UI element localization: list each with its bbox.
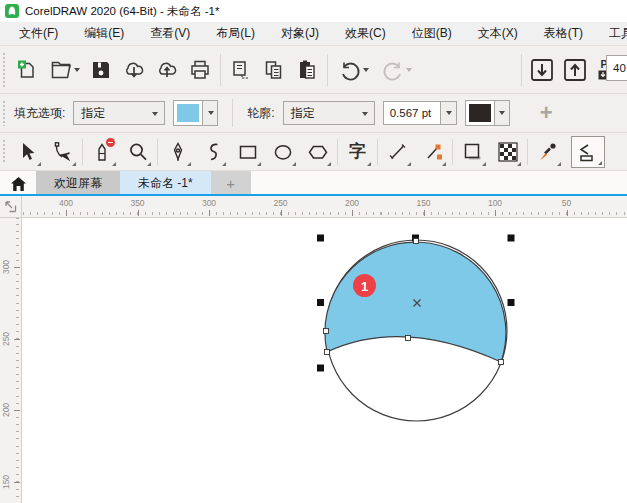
fill-color-caret[interactable]: [203, 100, 218, 126]
tab-welcome-label: 欢迎屏幕: [54, 175, 102, 192]
paste-button[interactable]: [294, 55, 320, 85]
export-button[interactable]: [562, 55, 588, 85]
menu-item-7[interactable]: 文本(X): [465, 22, 531, 45]
menu-item-4[interactable]: 对象(J): [268, 22, 332, 45]
import-button[interactable]: [529, 55, 555, 85]
toolbox: 字: [0, 133, 627, 171]
fill-type-dropdown[interactable]: 指定: [73, 101, 165, 125]
horizontal-ruler: 40035030025020015010050: [22, 196, 627, 218]
outline-width-caret[interactable]: [441, 101, 457, 125]
cloud-download-button[interactable]: [121, 55, 147, 85]
outline-width-field[interactable]: 0.567 pt: [383, 101, 441, 125]
handle-bottom-left[interactable]: [317, 365, 324, 372]
open-dropdown-caret[interactable]: [74, 68, 80, 72]
outline-label: 轮廓:: [247, 105, 274, 122]
cloud-upload-button[interactable]: [154, 55, 180, 85]
handle-top-right[interactable]: [508, 235, 515, 242]
zoom-level-value: 40: [613, 62, 626, 74]
text-tool[interactable]: 字: [342, 136, 373, 168]
undo-dropdown-caret[interactable]: [363, 68, 369, 72]
h-ruler-label: 200: [340, 198, 364, 208]
color-eyedropper-tool[interactable]: [532, 136, 563, 168]
polygon-tool[interactable]: [302, 136, 333, 168]
coreldraw-window: { "window": { "title": "CorelDRAW 2020 (…: [0, 0, 627, 503]
title-bar: CorelDRAW 2020 (64-Bit) - 未命名 -1*: [0, 0, 627, 22]
toolbox-grip[interactable]: [2, 139, 7, 164]
outline-color-caret[interactable]: [495, 100, 510, 126]
node-curve-middle[interactable]: [406, 336, 411, 341]
h-ruler-label: 350: [126, 198, 150, 208]
save-button[interactable]: [88, 55, 114, 85]
paste-special-button[interactable]: [228, 55, 254, 85]
pen-tool[interactable]: [162, 136, 193, 168]
menu-item-5[interactable]: 效果(C): [332, 22, 399, 45]
menu-item-6[interactable]: 位图(B): [399, 22, 465, 45]
vertical-ruler: 300250200150: [0, 218, 22, 503]
menu-item-3[interactable]: 布局(L): [203, 22, 268, 45]
copy-button[interactable]: [261, 55, 287, 85]
node-top[interactable]: [414, 239, 419, 244]
ellipse-tool[interactable]: [267, 136, 298, 168]
redo-button: [378, 55, 414, 85]
zoom-tool[interactable]: [122, 136, 153, 168]
transparency-tool[interactable]: [492, 136, 523, 168]
tab-document-label: 未命名 -1*: [138, 175, 193, 192]
dimension-tool[interactable]: [382, 136, 413, 168]
interactive-fill-tool[interactable]: [571, 136, 605, 168]
outline-color-picker[interactable]: [465, 100, 510, 126]
standard-toolbar: PDF 40: [0, 46, 627, 94]
h-ruler-label: 250: [269, 198, 293, 208]
menu-bar: 文件(F)编辑(E)查看(V)布局(L)对象(J)效果(C)位图(B)文本(X)…: [0, 22, 627, 46]
redo-dropdown-caret: [406, 68, 412, 72]
add-property-button[interactable]: +: [540, 103, 553, 123]
shape-tool[interactable]: [47, 136, 78, 168]
handle-middle-left[interactable]: [317, 299, 324, 306]
toolbar-grip[interactable]: [2, 52, 7, 87]
knife-tool[interactable]: [87, 136, 118, 168]
rectangle-tool[interactable]: [232, 136, 263, 168]
tab-welcome-screen[interactable]: 欢迎屏幕: [36, 171, 120, 196]
tab-document[interactable]: 未命名 -1*: [120, 171, 211, 196]
document-tab-bar: 欢迎屏幕 未命名 -1* +: [0, 171, 627, 196]
connector-tool[interactable]: [417, 136, 448, 168]
h-ruler-label: 300: [197, 198, 221, 208]
node-curve-left[interactable]: [325, 350, 330, 355]
ruler-origin-button[interactable]: [0, 196, 22, 218]
outline-type-value: 指定: [291, 105, 315, 122]
fill-color-swatch[interactable]: [173, 100, 203, 126]
menu-item-2[interactable]: 查看(V): [137, 22, 203, 45]
menu-item-9[interactable]: 工具(O): [596, 22, 627, 45]
outline-type-dropdown[interactable]: 指定: [283, 101, 375, 125]
drawing-canvas[interactable]: 1: [22, 218, 627, 503]
menu-item-1[interactable]: 编辑(E): [71, 22, 137, 45]
step-badge: 1: [353, 274, 376, 297]
open-button[interactable]: [47, 55, 81, 85]
outline-type-caret: [362, 112, 368, 116]
print-button[interactable]: [187, 55, 213, 85]
new-document-button[interactable]: [14, 55, 40, 85]
outline-width-control[interactable]: 0.567 pt: [383, 101, 457, 125]
outline-color-swatch[interactable]: [465, 100, 495, 126]
undo-button[interactable]: [335, 55, 371, 85]
zoom-level-combo[interactable]: 40: [606, 55, 627, 81]
handle-middle-right[interactable]: [508, 299, 515, 306]
window-title: CorelDRAW 2020 (64-Bit) - 未命名 -1*: [25, 4, 219, 19]
pick-tool[interactable]: [12, 136, 43, 168]
new-tab-button[interactable]: +: [211, 171, 251, 196]
fill-type-value: 指定: [81, 105, 105, 122]
node-left[interactable]: [324, 329, 329, 334]
property-bar-grip[interactable]: [2, 100, 7, 126]
h-ruler-label: 150: [412, 198, 436, 208]
handle-top-left[interactable]: [317, 235, 324, 242]
fill-type-caret: [152, 112, 158, 116]
node-curve-right[interactable]: [499, 360, 504, 365]
minus-badge-icon: [106, 138, 115, 147]
drop-shadow-tool[interactable]: [457, 136, 488, 168]
home-button[interactable]: [0, 171, 36, 196]
bspline-tool[interactable]: [197, 136, 228, 168]
step-badge-label: 1: [361, 279, 368, 294]
menu-item-8[interactable]: 表格(T): [531, 22, 596, 45]
fill-color-picker[interactable]: [173, 100, 218, 126]
menu-item-0[interactable]: 文件(F): [6, 22, 71, 45]
outline-width-value: 0.567 pt: [390, 107, 432, 119]
